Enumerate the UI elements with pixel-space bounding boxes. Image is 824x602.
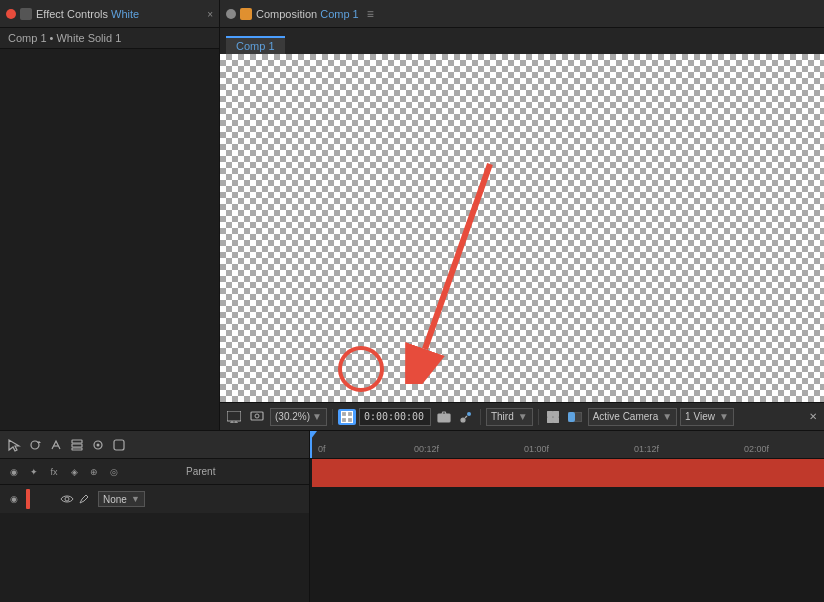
- separator-2: [480, 409, 481, 425]
- svg-point-30: [97, 443, 100, 446]
- svg-rect-22: [568, 412, 575, 422]
- motion-blur-icon[interactable]: ⊕: [86, 464, 102, 480]
- timeline-right-panel: 0f 00:12f 01:00f 01:12f 02:00f: [310, 431, 824, 602]
- checker-background: [220, 54, 824, 402]
- adjustment-icon[interactable]: ◎: [106, 464, 122, 480]
- ruler-mark-2: 01:00f: [524, 444, 549, 454]
- view-count-dropdown[interactable]: 1 View ▼: [680, 408, 734, 426]
- parent-dropdown[interactable]: None ▼: [98, 491, 145, 507]
- timeline-props-bar: ◉ ✦ fx ◈ ⊕ ◎ Parent: [0, 459, 309, 485]
- screen-toggle-button[interactable]: [224, 410, 244, 424]
- svg-rect-18: [553, 411, 558, 416]
- grid-button[interactable]: [338, 409, 356, 425]
- select-tool-icon[interactable]: [6, 437, 22, 453]
- svg-rect-20: [553, 417, 558, 422]
- timeline-ruler: 0f 00:12f 01:00f 01:12f 02:00f: [310, 431, 824, 459]
- zoom-display[interactable]: (30.2%) ▼: [270, 408, 327, 426]
- comp-viewport[interactable]: [220, 54, 824, 402]
- effects-icon[interactable]: ◈: [66, 464, 82, 480]
- svg-rect-6: [251, 412, 263, 420]
- comp-close-dot: [226, 9, 236, 19]
- solo-icon[interactable]: ◉: [6, 464, 22, 480]
- layers-tool-icon[interactable]: [69, 437, 85, 453]
- composition-title: Composition Comp 1: [256, 8, 359, 20]
- comp-toolbar: (30.2%) ▼ 0:00:00:00: [220, 402, 824, 430]
- ruler-mark-4: 02:00f: [744, 444, 769, 454]
- comp-tab[interactable]: Comp 1: [226, 36, 285, 54]
- comp-menu-icon[interactable]: ≡: [367, 7, 374, 21]
- active-camera-dropdown[interactable]: Active Camera ▼: [588, 408, 677, 426]
- svg-point-15: [467, 412, 471, 416]
- pen-tool-icon[interactable]: [48, 437, 64, 453]
- ruler-ticks: 0f 00:12f 01:00f 01:12f 02:00f: [314, 431, 820, 458]
- comp-tab-bar: Comp 1: [220, 28, 824, 54]
- timeline-toolbar: [0, 431, 309, 459]
- ruler-mark-1: 00:12f: [414, 444, 439, 454]
- toggle-button[interactable]: [565, 411, 585, 423]
- svg-marker-23: [9, 440, 19, 451]
- separator-3: [538, 409, 539, 425]
- view-preset-dropdown[interactable]: Third ▼: [486, 408, 533, 426]
- resolution-button[interactable]: [544, 410, 562, 424]
- composition-header: Composition Comp 1 ≡: [220, 0, 824, 28]
- svg-rect-10: [341, 417, 346, 422]
- svg-point-7: [255, 414, 259, 418]
- timeline-tracks: [310, 459, 824, 602]
- svg-rect-27: [72, 444, 82, 447]
- svg-rect-26: [72, 440, 82, 443]
- effect-controls-panel: Effect Controls White × Comp 1 • White S…: [0, 0, 220, 430]
- svg-point-32: [65, 497, 69, 501]
- close-dot[interactable]: [6, 9, 16, 19]
- svg-point-14: [461, 418, 465, 422]
- svg-line-16: [465, 416, 467, 418]
- ruler-mark-0: 0f: [318, 444, 326, 454]
- parent-column-label: Parent: [186, 466, 215, 477]
- shape-tool-icon[interactable]: [111, 437, 127, 453]
- rotate-tool-icon[interactable]: [27, 437, 43, 453]
- composition-panel: Composition Comp 1 ≡ Comp 1: [220, 0, 824, 430]
- breadcrumb: Comp 1 • White Solid 1: [0, 28, 219, 49]
- timecode-display[interactable]: 0:00:00:00: [359, 408, 431, 426]
- stamp-tool-icon[interactable]: [90, 437, 106, 453]
- timeline-left-panel: ◉ ✦ fx ◈ ⊕ ◎ Parent ◉: [0, 431, 310, 602]
- svg-rect-28: [72, 448, 82, 450]
- layer-solo-icon[interactable]: ◉: [6, 491, 22, 507]
- svg-rect-31: [114, 440, 124, 450]
- timeline-section: ◉ ✦ fx ◈ ⊕ ◎ Parent ◉: [0, 430, 824, 602]
- svg-rect-11: [347, 417, 352, 422]
- panel-icon: [20, 8, 32, 20]
- effect-controls-header: Effect Controls White ×: [0, 0, 219, 28]
- comp-settings-button[interactable]: ✕: [806, 410, 820, 423]
- svg-rect-8: [341, 411, 346, 416]
- separator-1: [332, 409, 333, 425]
- svg-rect-19: [547, 417, 552, 422]
- monitor-button[interactable]: [247, 410, 267, 424]
- layer-color: [26, 489, 30, 509]
- effect-controls-title: Effect Controls White: [36, 8, 139, 20]
- svg-rect-9: [347, 411, 352, 416]
- comp-panel-icon: [240, 8, 252, 20]
- ruler-mark-3: 01:12f: [634, 444, 659, 454]
- panel-close-x[interactable]: ×: [207, 8, 213, 19]
- svg-rect-17: [547, 411, 552, 416]
- layer-pen-icon[interactable]: [78, 493, 90, 505]
- visibility-icon[interactable]: ✦: [26, 464, 42, 480]
- lock-icon[interactable]: fx: [46, 464, 62, 480]
- svg-point-13: [441, 415, 446, 420]
- playhead[interactable]: [310, 431, 312, 458]
- snapshot-button[interactable]: [434, 410, 454, 424]
- effect-controls-content: [0, 49, 219, 430]
- timeline-layer-row: ◉ None ▼: [0, 485, 309, 513]
- track-layer-1[interactable]: [312, 459, 824, 487]
- svg-rect-2: [227, 411, 241, 421]
- layer-visibility-icon[interactable]: [60, 492, 74, 506]
- preview-button[interactable]: [457, 410, 475, 424]
